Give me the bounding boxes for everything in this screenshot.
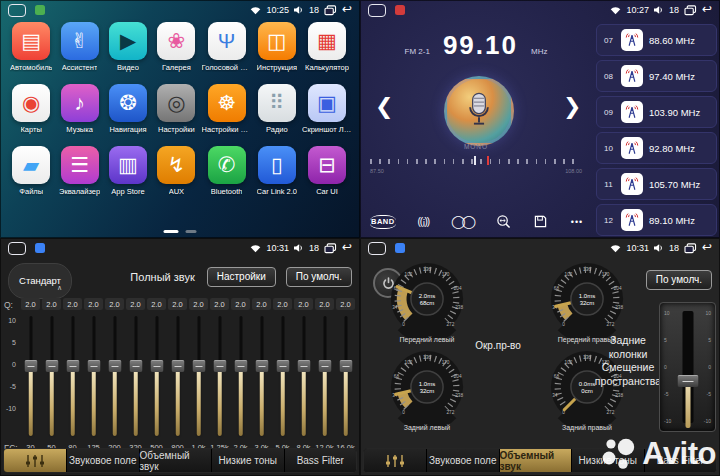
page-indicator[interactable] [164, 230, 197, 234]
band-q-value[interactable]: 2.0 [294, 298, 313, 310]
band-q-value[interactable]: 2.0 [147, 298, 166, 310]
gallery-app[interactable]: ❀ Галерея [153, 22, 199, 72]
manual-app[interactable]: ◫ Инструкция [254, 22, 300, 72]
home-button[interactable] [8, 4, 26, 17]
back-button[interactable]: ↩ [342, 4, 352, 14]
slider-handle[interactable] [66, 360, 79, 372]
band-slider[interactable] [146, 314, 167, 440]
car-app[interactable]: ▤ Автомобиль [8, 22, 54, 72]
station-preset[interactable]: 09 103.90 MHz [596, 96, 717, 128]
home-button[interactable] [368, 242, 386, 255]
files-app[interactable]: ▰ Файлы [8, 146, 54, 196]
car-link-app[interactable]: ▯ Car Link 2.0 [254, 146, 300, 196]
radio-app-icon[interactable]: ⠿ [258, 84, 296, 122]
tab-surround[interactable]: Объемный звук [140, 449, 213, 472]
station-preset[interactable]: 12 89.10 MHz [596, 204, 717, 236]
band-q-value[interactable]: 2.0 [252, 298, 271, 310]
music-app[interactable]: ♪ Музыка [56, 84, 102, 134]
maps-app[interactable]: ◉ Карты [8, 84, 54, 134]
band-q-value[interactable]: 2.0 [273, 298, 292, 310]
navigation-app[interactable]: ❂ Навигация [105, 84, 151, 134]
tab-low-tones[interactable]: Низкие тоны [212, 449, 285, 472]
calculator-app-icon[interactable]: ▦ [308, 22, 346, 60]
band-slider[interactable] [272, 314, 293, 440]
slider-handle[interactable] [213, 360, 226, 372]
slider-handle[interactable] [171, 360, 184, 372]
fader-handle[interactable] [677, 375, 698, 387]
default-button[interactable]: По умолч. [286, 267, 352, 287]
band-q-value[interactable]: 2.0 [336, 298, 355, 310]
gallery-app-icon[interactable]: ❀ [157, 22, 195, 60]
station-preset[interactable]: 11 105.70 MHz [596, 168, 717, 200]
running-app-icon[interactable] [395, 5, 405, 15]
band-slider[interactable] [20, 314, 41, 440]
tab-surround[interactable]: Объемный звук [500, 449, 573, 472]
scan-button[interactable] [495, 214, 513, 229]
screenshot-app[interactable]: ▣ Скриншот Лег.. [302, 84, 352, 134]
band-slider[interactable] [104, 314, 125, 440]
assistant-app[interactable]: ✌ Ассистент [56, 22, 102, 72]
rear-offset-fader[interactable]: 1050-5-10 1050-5-10 [659, 302, 716, 432]
car-app-icon[interactable]: ▤ [12, 22, 50, 60]
band-slider[interactable] [41, 314, 62, 440]
tab-bass-filter[interactable]: Bass Filter [285, 449, 357, 472]
settings-app[interactable]: ◎ Настройки [153, 84, 199, 134]
slider-handle[interactable] [129, 360, 142, 372]
running-app-icon[interactable] [35, 5, 45, 15]
band-button[interactable]: BAND [370, 215, 396, 229]
slider-handle[interactable] [276, 360, 289, 372]
car-ui-app-icon[interactable]: ⊟ [308, 146, 346, 184]
settings-button[interactable]: Настройки [207, 267, 276, 287]
slider-handle[interactable] [297, 360, 310, 372]
band-slider[interactable] [335, 314, 356, 440]
tab-equalizer[interactable] [4, 449, 67, 472]
prev-station-button[interactable]: ❮ [375, 94, 393, 120]
slider-handle[interactable] [150, 360, 163, 372]
calculator-app[interactable]: ▦ Калькулятор [302, 22, 352, 72]
files-app-icon[interactable]: ▰ [12, 146, 50, 184]
band-slider[interactable] [251, 314, 272, 440]
band-q-value[interactable]: 2.0 [84, 298, 103, 310]
band-q-value[interactable]: 2.0 [315, 298, 334, 310]
delay-gauge-rear-left[interactable]: 03468102136170204238272 1.0ms 32cm Задни… [388, 348, 466, 431]
video-app-icon[interactable]: ▶ [109, 22, 147, 60]
equalizer-app[interactable]: ☰ Эквалайзер [56, 146, 102, 196]
eq-preset-dropdown[interactable]: Стандарт ∧ [8, 263, 72, 299]
steering-settings-app[interactable]: ☸ Настройки руля [202, 84, 252, 134]
home-button[interactable] [8, 242, 26, 255]
band-slider[interactable] [188, 314, 209, 440]
recent-apps-icon[interactable] [684, 5, 697, 16]
car-link-app-icon[interactable]: ▯ [258, 146, 296, 184]
slider-handle[interactable] [192, 360, 205, 372]
slider-handle[interactable] [255, 360, 268, 372]
running-app-icon[interactable] [395, 243, 405, 253]
delay-gauge-front-right[interactable]: 03468102136170204238272 1.0ms 32cm Перед… [548, 260, 626, 343]
slider-handle[interactable] [24, 360, 37, 372]
recent-apps-icon[interactable] [324, 243, 337, 254]
stereo-icon[interactable]: ◯◯ [451, 214, 476, 229]
recent-apps-icon[interactable] [684, 243, 697, 254]
slider-handle[interactable] [234, 360, 247, 372]
bluetooth-app-icon[interactable]: ✆ [208, 146, 246, 184]
delay-gauge-front-left[interactable]: 03468102136170204238272 2.0ms 68cm Перед… [388, 260, 466, 343]
back-button[interactable]: ↩ [342, 242, 352, 252]
home-button[interactable] [368, 4, 386, 17]
manual-app-icon[interactable]: ◫ [258, 22, 296, 60]
band-q-value[interactable]: 2.0 [42, 298, 61, 310]
band-slider[interactable] [62, 314, 83, 440]
band-q-value[interactable]: 2.0 [210, 298, 229, 310]
tab-sound-field[interactable]: Звуковое поле [427, 449, 500, 472]
back-button[interactable]: ↩ [702, 4, 712, 14]
slider-handle[interactable] [108, 360, 121, 372]
equalizer-app-icon[interactable]: ☰ [61, 146, 99, 184]
radio-app[interactable]: ⠿ Радио [254, 84, 300, 134]
slider-handle[interactable] [45, 360, 58, 372]
voice-search-app[interactable]: Ψ Голосовой пои.. [202, 22, 252, 72]
running-app-icon[interactable] [35, 243, 45, 253]
slider-handle[interactable] [87, 360, 100, 372]
back-button[interactable]: ↩ [702, 242, 712, 252]
car-ui-app[interactable]: ⊟ Car UI [302, 146, 352, 196]
screenshot-app-icon[interactable]: ▣ [308, 84, 346, 122]
save-station-button[interactable] [531, 215, 549, 228]
band-slider[interactable] [209, 314, 230, 440]
